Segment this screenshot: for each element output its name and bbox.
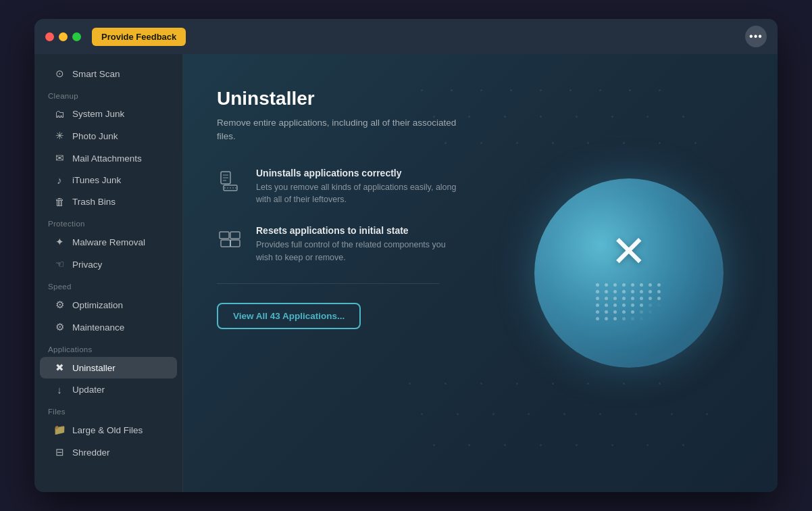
hero-circle-inner: ✕ [596, 226, 663, 320]
main-content-area: Uninstaller Remove entire applications, … [183, 54, 778, 492]
sidebar-label-uninstaller: Uninstaller [72, 363, 116, 373]
sidebar-label-itunes-junk: iTunes Junk [72, 175, 121, 185]
uninstalls-icon [217, 168, 244, 195]
close-button[interactable] [45, 32, 54, 41]
itunes-junk-icon: ♪ [53, 174, 66, 186]
system-junk-icon: 🗂 [53, 108, 66, 120]
hero-circle-outer: ✕ [534, 178, 724, 368]
sidebar-label-system-junk: System Junk [72, 109, 124, 119]
page-subtitle: Remove entire applications, including al… [217, 116, 460, 144]
traffic-lights [45, 32, 81, 41]
sidebar-item-privacy[interactable]: ☜ Privacy [40, 253, 177, 275]
feature-desc-uninstalls: Lets you remove all kinds of application… [256, 181, 460, 207]
hero-illustration: ✕ [534, 178, 724, 368]
malware-removal-icon: ✦ [53, 236, 66, 248]
trash-bins-icon: 🗑 [53, 196, 66, 208]
sidebar-label-shredder: Shredder [72, 447, 110, 458]
sidebar-label-photo-junk: Photo Junk [72, 131, 118, 141]
sidebar-item-uninstaller[interactable]: ✖ Uninstaller [40, 357, 177, 379]
maximize-button[interactable] [72, 32, 81, 41]
sidebar-item-optimization[interactable]: ⚙ Optimization [40, 294, 177, 316]
privacy-icon: ☜ [53, 258, 66, 270]
svg-rect-11 [221, 240, 230, 247]
feature-title-resets: Resets applications to initial state [256, 225, 460, 236]
sidebar-label-optimization: Optimization [72, 300, 123, 310]
titlebar: Provide Feedback ••• [34, 19, 778, 54]
sidebar-label-malware-removal: Malware Removal [72, 237, 145, 247]
resets-icon [217, 225, 244, 252]
photo-junk-icon: ✳ [53, 130, 66, 142]
content-area: ⊙ Smart Scan Cleanup 🗂 System Junk ✳ Pho… [34, 54, 778, 492]
sidebar-label-maintenance: Maintenance [72, 322, 124, 333]
sidebar-item-updater[interactable]: ↓ Updater [40, 379, 177, 400]
sidebar-item-photo-junk[interactable]: ✳ Photo Junk [40, 125, 177, 147]
uninstaller-x-icon: ✕ [611, 226, 647, 276]
section-divider [217, 283, 440, 284]
section-label-applications: Applications [34, 339, 182, 356]
section-label-protection: Protection [34, 213, 182, 230]
feature-text-uninstalls: Uninstalls applications correctly Lets y… [256, 168, 460, 207]
sidebar-label-trash-bins: Trash Bins [72, 197, 116, 207]
mail-attachments-icon: ✉ [53, 152, 66, 164]
minimize-button[interactable] [59, 32, 68, 41]
more-icon: ••• [749, 30, 763, 43]
dots-decoration [596, 283, 663, 320]
smart-scan-icon: ⊙ [53, 68, 66, 80]
maintenance-icon: ⚙ [53, 321, 66, 333]
updater-icon: ↓ [53, 384, 66, 395]
sidebar-item-large-old-files[interactable]: 📁 Large & Old Files [40, 419, 177, 441]
sidebar-label-large-old-files: Large & Old Files [72, 425, 143, 435]
sidebar-item-smart-scan[interactable]: ⊙ Smart Scan [40, 63, 177, 84]
large-old-files-icon: 📁 [53, 424, 66, 436]
shredder-icon: ⊟ [53, 446, 66, 458]
svg-rect-13 [230, 240, 240, 247]
sidebar-label-smart-scan: Smart Scan [72, 69, 120, 79]
sidebar-item-maintenance[interactable]: ⚙ Maintenance [40, 316, 177, 338]
svg-rect-10 [220, 232, 229, 239]
sidebar-item-system-junk[interactable]: 🗂 System Junk [40, 103, 177, 124]
svg-rect-12 [230, 232, 240, 239]
section-label-speed: Speed [34, 276, 182, 293]
section-label-cleanup: Cleanup [34, 85, 182, 103]
sidebar-label-privacy: Privacy [72, 260, 102, 270]
more-options-button[interactable]: ••• [745, 26, 767, 47]
feature-item-resets: Resets applications to initial state Pro… [217, 225, 460, 264]
feedback-button[interactable]: Provide Feedback [92, 28, 186, 46]
sidebar: ⊙ Smart Scan Cleanup 🗂 System Junk ✳ Pho… [34, 54, 183, 492]
uninstaller-icon: ✖ [53, 362, 66, 374]
sidebar-item-trash-bins[interactable]: 🗑 Trash Bins [40, 191, 177, 212]
page-title: Uninstaller [217, 88, 460, 110]
sidebar-label-updater: Updater [72, 385, 105, 395]
sidebar-item-malware-removal[interactable]: ✦ Malware Removal [40, 231, 177, 253]
feature-title-uninstalls: Uninstalls applications correctly [256, 168, 460, 178]
feature-item-uninstalls: Uninstalls applications correctly Lets y… [217, 168, 460, 207]
section-label-files: Files [34, 401, 182, 418]
app-window: Provide Feedback ••• ⊙ Smart Scan Cleanu… [34, 19, 778, 492]
optimization-icon: ⚙ [53, 299, 66, 311]
sidebar-label-mail-attachments: Mail Attachments [72, 153, 142, 164]
view-all-applications-button[interactable]: View All 43 Applications... [217, 303, 361, 329]
sidebar-item-itunes-junk[interactable]: ♪ iTunes Junk [40, 170, 177, 191]
sidebar-item-mail-attachments[interactable]: ✉ Mail Attachments [40, 147, 177, 169]
page-content: Uninstaller Remove entire applications, … [217, 88, 460, 329]
sidebar-item-shredder[interactable]: ⊟ Shredder [40, 441, 177, 463]
feature-desc-resets: Provides full control of the related com… [256, 239, 460, 264]
feature-text-resets: Resets applications to initial state Pro… [256, 225, 460, 264]
